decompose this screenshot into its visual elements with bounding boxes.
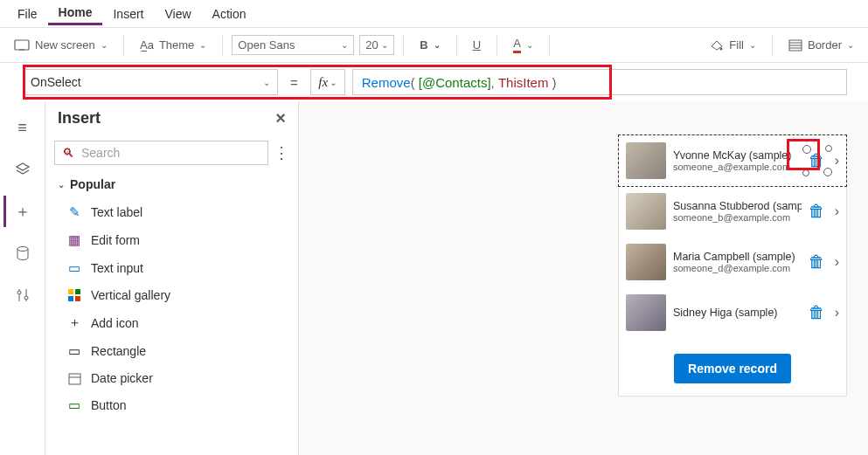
border-button[interactable]: Border ⌄ <box>781 35 861 55</box>
property-select[interactable]: OnSelect ⌄ <box>23 69 278 95</box>
font-name-value: Open Sans <box>238 38 295 52</box>
menu-action[interactable]: Action <box>202 3 257 24</box>
svg-rect-13 <box>75 289 80 294</box>
svg-point-10 <box>17 291 21 294</box>
svg-rect-0 <box>15 40 29 50</box>
border-icon <box>788 39 802 52</box>
menu-view[interactable]: View <box>154 3 201 24</box>
insert-item-label: Button <box>91 398 126 412</box>
property-value: OnSelect <box>31 75 81 89</box>
calendar-icon <box>66 372 82 385</box>
main-area: ≡ ＋ Insert × 🔍︎ Search ⋮ ⌄ Popular <box>0 101 868 455</box>
divider <box>456 35 457 56</box>
bold-button[interactable]: B ⌄ <box>413 35 447 55</box>
insert-item-label: Vertical gallery <box>91 288 170 302</box>
trash-icon[interactable]: 🗑 <box>809 252 826 272</box>
underline-button[interactable]: U <box>466 35 488 55</box>
fill-icon <box>710 39 724 52</box>
menu-insert[interactable]: Insert <box>102 3 154 24</box>
sliders-icon <box>16 287 30 303</box>
trash-icon[interactable]: 🗑 <box>809 151 826 170</box>
new-screen-button[interactable]: New screen ⌄ <box>7 35 115 55</box>
font-size-select[interactable]: 20 ⌄ <box>359 35 394 55</box>
chevron-down-icon: ⌄ <box>330 78 337 87</box>
insert-add-icon[interactable]: ＋ Add icon <box>45 308 298 337</box>
insert-item-label: Edit form <box>91 233 140 247</box>
menu-home[interactable]: Home <box>48 2 103 25</box>
avatar <box>626 142 666 179</box>
contact-email: someone_b@example.com <box>673 212 802 223</box>
insert-text-input[interactable]: ▭ Text input <box>45 254 298 282</box>
menu-bar: File Home Insert View Action <box>0 0 868 28</box>
new-screen-label: New screen <box>35 38 95 52</box>
insert-item-label: Date picker <box>91 371 153 385</box>
avatar <box>626 294 666 331</box>
chevron-down-icon: ⌄ <box>749 40 756 50</box>
font-size-value: 20 <box>365 38 378 52</box>
divider <box>549 35 550 56</box>
category-label: Popular <box>70 177 115 191</box>
button-icon: ▭ <box>66 397 82 413</box>
chevron-down-icon: ⌄ <box>263 78 270 87</box>
insert-text-label[interactable]: ✎ Text label <box>45 198 298 226</box>
svg-rect-14 <box>68 296 73 301</box>
menu-file[interactable]: File <box>7 3 48 24</box>
chevron-right-icon[interactable]: › <box>833 203 839 219</box>
chevron-down-icon: ⌄ <box>341 40 348 50</box>
formula-fn: Remove <box>362 75 411 90</box>
form-icon: ▦ <box>66 232 82 248</box>
theme-button[interactable]: A̲a Theme ⌄ <box>133 35 214 55</box>
chevron-down-icon: ⌄ <box>58 180 65 190</box>
insert-edit-form[interactable]: ▦ Edit form <box>45 226 298 254</box>
insert-item-label: Add icon <box>91 316 138 330</box>
gallery-item[interactable]: Maria Campbell (sample) someone_d@exampl… <box>619 237 846 287</box>
contact-name: Maria Campbell (sample) <box>673 251 802 263</box>
rail-layers[interactable] <box>5 154 40 185</box>
rail-insert[interactable]: ＋ <box>3 196 38 227</box>
formula-input[interactable]: Remove( [@Contacts], ThisItem ) <box>352 69 847 95</box>
theme-label: Theme <box>159 38 194 52</box>
close-icon[interactable]: × <box>275 108 286 128</box>
ribbon: New screen ⌄ A̲a Theme ⌄ Open Sans ⌄ 20 … <box>0 28 868 63</box>
canvas[interactable]: Yvonne McKay (sample) someone_a@example.… <box>299 101 868 455</box>
rail-settings[interactable] <box>5 279 40 311</box>
svg-point-7 <box>17 247 28 252</box>
chevron-down-icon: ⌄ <box>434 40 441 50</box>
font-select[interactable]: Open Sans ⌄ <box>232 35 354 55</box>
rail-data[interactable] <box>5 238 40 269</box>
category-popular[interactable]: ⌄ Popular <box>45 170 298 198</box>
chevron-right-icon[interactable]: › <box>833 254 839 270</box>
rail-tree[interactable]: ≡ <box>5 112 40 143</box>
insert-rectangle[interactable]: ▭ Rectangle <box>45 337 298 365</box>
avatar <box>626 244 666 280</box>
formula-arg1: [@Contacts] <box>419 75 491 90</box>
fx-button[interactable]: fx ⌄ <box>310 69 345 95</box>
insert-button[interactable]: ▭ Button <box>45 391 298 419</box>
remove-record-button[interactable]: Remove record <box>674 354 791 383</box>
trash-icon[interactable]: 🗑 <box>809 202 826 221</box>
font-color-button[interactable]: A ⌄ <box>506 33 540 57</box>
more-icon[interactable]: ⋮ <box>274 143 289 162</box>
svg-rect-15 <box>75 296 80 301</box>
contact-name: Susanna Stubberod (sample) <box>673 200 802 212</box>
chevron-right-icon[interactable]: › <box>833 305 839 321</box>
insert-date-picker[interactable]: Date picker <box>45 365 298 391</box>
insert-vertical-gallery[interactable]: Vertical gallery <box>45 282 298 308</box>
chevron-right-icon[interactable]: › <box>833 153 839 169</box>
chevron-down-icon: ⌄ <box>526 40 533 50</box>
trash-icon[interactable]: 🗑 <box>809 303 826 322</box>
gallery-item[interactable]: Yvonne McKay (sample) someone_a@example.… <box>619 135 846 186</box>
svg-point-2 <box>720 47 723 50</box>
search-input[interactable]: 🔍︎ Search <box>54 141 268 165</box>
avatar <box>626 193 666 230</box>
insert-panel: Insert × 🔍︎ Search ⋮ ⌄ Popular ✎ Text la… <box>45 101 299 455</box>
equals-sign: = <box>285 75 303 90</box>
chevron-down-icon: ⌄ <box>381 40 388 50</box>
screen-icon <box>14 39 30 52</box>
formula-arg2: ThisItem <box>498 75 549 90</box>
fill-button[interactable]: Fill ⌄ <box>703 35 763 55</box>
gallery-item[interactable]: Sidney Higa (sample) 🗑 › <box>619 287 846 338</box>
gallery-item[interactable]: Susanna Stubberod (sample) someone_b@exa… <box>619 186 846 237</box>
formula-bar: OnSelect ⌄ = fx ⌄ Remove( [@Contacts], T… <box>0 63 868 101</box>
contact-name: Sidney Higa (sample) <box>673 307 802 319</box>
